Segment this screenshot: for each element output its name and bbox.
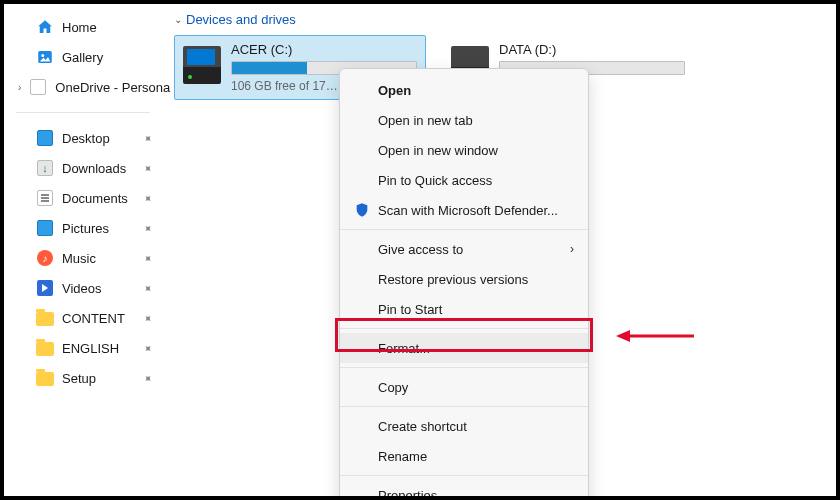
section-title: Devices and drives: [186, 12, 296, 27]
sidebar-home[interactable]: Home: [4, 12, 162, 42]
menu-separator: [340, 475, 588, 476]
sidebar-item-videos[interactable]: Videos ✦: [4, 273, 162, 303]
sidebar-gallery[interactable]: Gallery: [4, 42, 162, 72]
sidebar-home-label: Home: [62, 20, 97, 35]
pin-icon: ✦: [140, 250, 156, 266]
section-header-devices[interactable]: ⌄ Devices and drives: [174, 12, 824, 35]
videos-icon: [36, 279, 54, 297]
file-icon: [29, 78, 47, 96]
sidebar-item-music[interactable]: Music ✦: [4, 243, 162, 273]
pin-icon: ✦: [140, 280, 156, 296]
sidebar: Home Gallery › OneDrive - Persona Deskto…: [4, 4, 162, 496]
menu-open-new-window[interactable]: Open in new window: [340, 135, 588, 165]
menu-copy[interactable]: Copy: [340, 372, 588, 402]
sidebar-item-english[interactable]: ENGLISH ✦: [4, 333, 162, 363]
menu-open-new-tab[interactable]: Open in new tab: [340, 105, 588, 135]
sidebar-item-documents[interactable]: Documents ✦: [4, 183, 162, 213]
sidebar-item-setup[interactable]: Setup ✦: [4, 363, 162, 393]
menu-scan-defender[interactable]: Scan with Microsoft Defender...: [340, 195, 588, 225]
sidebar-item-desktop[interactable]: Desktop ✦: [4, 123, 162, 153]
pin-icon: ✦: [140, 160, 156, 176]
downloads-icon: [36, 159, 54, 177]
sidebar-item-label: ENGLISH: [62, 341, 119, 356]
menu-open[interactable]: Open: [340, 75, 588, 105]
sidebar-item-label: Documents: [62, 191, 128, 206]
folder-icon: [36, 369, 54, 387]
menu-pin-quick-access[interactable]: Pin to Quick access: [340, 165, 588, 195]
pin-icon: ✦: [140, 130, 156, 146]
sidebar-gallery-label: Gallery: [62, 50, 103, 65]
sidebar-item-downloads[interactable]: Downloads ✦: [4, 153, 162, 183]
context-menu: Open Open in new tab Open in new window …: [339, 68, 589, 500]
svg-point-1: [41, 54, 44, 57]
chevron-down-icon: ⌄: [174, 14, 182, 25]
desktop-icon: [36, 129, 54, 147]
folder-icon: [36, 339, 54, 357]
menu-properties[interactable]: Properties: [340, 480, 588, 500]
sidebar-onedrive[interactable]: › OneDrive - Persona: [4, 72, 162, 102]
pin-icon: ✦: [140, 340, 156, 356]
pin-icon: ✦: [140, 310, 156, 326]
gallery-icon: [36, 48, 54, 66]
drive-name: ACER (C:): [231, 42, 417, 61]
sidebar-item-pictures[interactable]: Pictures ✦: [4, 213, 162, 243]
menu-separator: [340, 367, 588, 368]
sidebar-item-label: Music: [62, 251, 96, 266]
chevron-right-icon: ›: [570, 242, 574, 256]
menu-format[interactable]: Format...: [340, 333, 588, 363]
drive-name: DATA (D:): [499, 42, 685, 61]
menu-pin-start[interactable]: Pin to Start: [340, 294, 588, 324]
menu-rename[interactable]: Rename: [340, 441, 588, 471]
pin-icon: ✦: [140, 370, 156, 386]
sidebar-item-label: Downloads: [62, 161, 126, 176]
sidebar-onedrive-label: OneDrive - Persona: [55, 80, 170, 95]
menu-separator: [340, 229, 588, 230]
music-icon: [36, 249, 54, 267]
home-icon: [36, 18, 54, 36]
menu-create-shortcut[interactable]: Create shortcut: [340, 411, 588, 441]
shield-icon: [354, 202, 370, 218]
pin-icon: ✦: [140, 220, 156, 236]
menu-give-access[interactable]: Give access to ›: [340, 234, 588, 264]
folder-icon: [36, 309, 54, 327]
pictures-icon: [36, 219, 54, 237]
menu-restore-versions[interactable]: Restore previous versions: [340, 264, 588, 294]
sidebar-item-label: Pictures: [62, 221, 109, 236]
sidebar-item-label: Setup: [62, 371, 96, 386]
chevron-right-icon: ›: [18, 82, 21, 93]
documents-icon: [36, 189, 54, 207]
sidebar-item-label: Desktop: [62, 131, 110, 146]
menu-separator: [340, 328, 588, 329]
menu-separator: [340, 406, 588, 407]
sidebar-divider: [16, 112, 150, 113]
sidebar-item-label: Videos: [62, 281, 102, 296]
sidebar-item-label: CONTENT: [62, 311, 125, 326]
pin-icon: ✦: [140, 190, 156, 206]
sidebar-item-content[interactable]: CONTENT ✦: [4, 303, 162, 333]
drive-icon: [183, 46, 221, 84]
